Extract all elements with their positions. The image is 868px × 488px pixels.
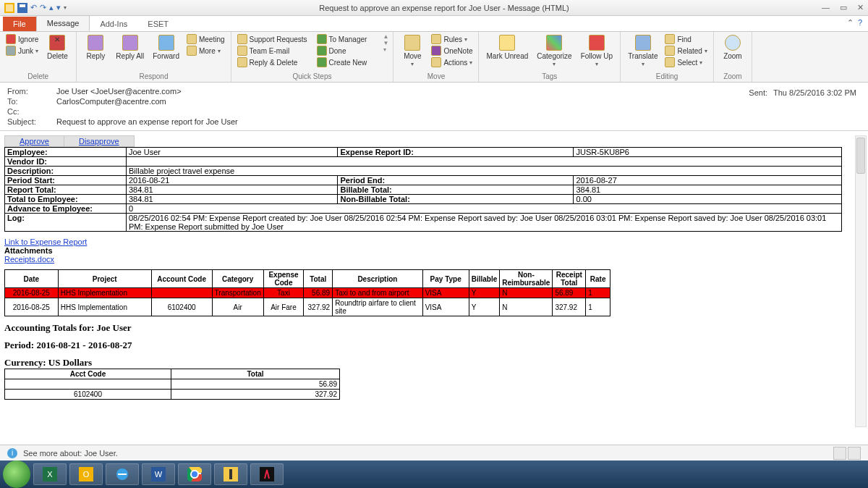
taskbar-outlook[interactable]: O (69, 463, 103, 485)
svg-rect-3 (20, 4, 25, 7)
actions-button[interactable]: Actions (430, 56, 474, 68)
summary-table: Employee:Joe UserExpense Report ID:JUSR-… (4, 147, 842, 232)
svg-rect-17 (229, 469, 232, 479)
qs-launch-icon[interactable]: ▾ (383, 46, 389, 53)
ribbon-minimize-icon[interactable]: ⌃ (847, 18, 854, 28)
outlook-icon (4, 3, 14, 13)
group-respond: Reply Reply All Forward Meeting More Res… (77, 32, 231, 82)
sent-label: Sent: (749, 88, 767, 97)
ribbon: Ignore Junk ✕Delete Delete Reply Reply A… (0, 32, 868, 83)
from-value: Joe User <JoeUser@acentre.com> (56, 87, 861, 96)
attachments-heading: Attachments (4, 246, 53, 255)
taskbar-app1[interactable] (214, 463, 247, 485)
ignore-button[interactable]: Ignore (4, 33, 40, 45)
subject-value: Request to approve an expense report for… (56, 117, 861, 126)
status-text[interactable]: See more about: Joe User. (23, 449, 118, 458)
receipt-link[interactable]: Receipts.docx (4, 255, 54, 264)
table-row: 2016-08-25HHS Implementation6102400AirAi… (5, 298, 610, 316)
taskbar-chrome[interactable] (178, 463, 211, 485)
taskbar-app2[interactable] (250, 463, 284, 485)
mark-unread-button[interactable]: Mark Unread (483, 33, 531, 62)
tab-message[interactable]: Message (36, 15, 90, 31)
svg-rect-18 (260, 467, 274, 481)
sent-value: Thu 8/25/2016 3:02 PM (773, 88, 856, 97)
forward-button[interactable]: Forward (150, 33, 182, 62)
tab-eset[interactable]: ESET (137, 17, 179, 31)
cc-label: Cc: (7, 107, 56, 116)
scrollbar-thumb[interactable] (856, 138, 865, 174)
qs-create[interactable]: Create New (315, 56, 380, 68)
rules-button[interactable]: Rules (430, 33, 474, 45)
qs-replydel[interactable]: Reply & Delete (236, 56, 312, 68)
group-zoom: Zoom Zoom (714, 32, 752, 82)
window-title: Request to approve an expense report for… (67, 4, 822, 12)
approve-link[interactable]: Approve (4, 135, 64, 147)
undo-icon[interactable]: ↶ (30, 3, 37, 12)
more-respond-button[interactable]: More (185, 45, 226, 56)
cc-value (56, 107, 861, 116)
vertical-scrollbar[interactable] (855, 135, 867, 427)
group-label: Quick Steps (236, 72, 389, 82)
acct-currency-heading: Currency: US Dollars (4, 357, 864, 369)
close-button[interactable]: ✕ (857, 3, 864, 12)
group-editing: Translate Find Related Select Editing (621, 32, 714, 82)
categorize-button[interactable]: Categorize (534, 33, 574, 70)
acct-period-heading: Period: 2016-08-21 - 2016-08-27 (4, 340, 864, 351)
disapprove-link[interactable]: Disapprove (64, 135, 135, 147)
qs-team[interactable]: Team E-mail (236, 45, 312, 56)
save-icon[interactable] (17, 3, 27, 13)
minimize-button[interactable]: — (822, 3, 830, 12)
help-icon[interactable]: ? (858, 18, 862, 28)
avatar-icon[interactable] (848, 447, 861, 460)
qs-done[interactable]: Done (315, 45, 380, 56)
redo-icon[interactable]: ↷ (40, 3, 46, 12)
svg-text:X: X (47, 470, 53, 479)
qs-up-icon[interactable]: ▲ (383, 33, 389, 40)
to-value: CarlosComputer@acentre.com (56, 97, 861, 106)
next-icon[interactable]: ▾ (56, 3, 61, 12)
svg-point-15 (192, 471, 197, 477)
taskbar-excel[interactable]: X (33, 463, 67, 485)
windows-taskbar: X O W (0, 460, 868, 488)
group-quicksteps: Support Requests Team E-mail Reply & Del… (231, 32, 394, 82)
reply-all-button[interactable]: Reply All (113, 33, 147, 62)
tab-addins[interactable]: Add-Ins (90, 17, 137, 31)
followup-button[interactable]: Follow Up (578, 33, 616, 70)
start-button[interactable] (3, 460, 30, 488)
find-button[interactable]: Find (663, 33, 708, 45)
onenote-button[interactable]: OneNote (430, 45, 474, 56)
tab-file[interactable]: File (3, 17, 36, 31)
qs-down-icon[interactable]: ▼ (383, 40, 389, 46)
group-label: Zoom (718, 72, 747, 82)
zoom-button[interactable]: Zoom (718, 33, 747, 62)
taskbar-word[interactable]: W (142, 463, 175, 485)
reply-button[interactable]: Reply (81, 33, 110, 62)
message-body: Approve Disapprove Employee:Joe UserExpe… (0, 130, 868, 432)
delete-button[interactable]: ✕Delete (43, 33, 72, 62)
taskbar-ie[interactable] (106, 463, 139, 485)
ribbon-tabs: File Message Add-Ins ESET ⌃ ? (0, 16, 868, 32)
info-icon: i (7, 448, 17, 458)
group-tags: Mark Unread Categorize Follow Up Tags (479, 32, 621, 82)
maximize-button[interactable]: ▭ (840, 3, 847, 12)
from-label: From: (7, 87, 56, 96)
move-button[interactable]: Move (398, 33, 427, 70)
select-button[interactable]: Select (663, 56, 708, 68)
acct-totals-heading: Accounting Totals for: Joe User (4, 322, 864, 334)
meeting-button[interactable]: Meeting (185, 33, 226, 45)
svg-text:O: O (83, 470, 90, 479)
junk-button[interactable]: Junk (4, 45, 40, 56)
qs-support[interactable]: Support Requests (236, 33, 312, 45)
group-move: Move Rules OneNote Actions Move (393, 32, 479, 82)
svg-text:W: W (155, 470, 163, 479)
expense-report-link[interactable]: Link to Expense Report (4, 237, 87, 246)
avatar-icon[interactable] (833, 447, 846, 460)
related-button[interactable]: Related (663, 45, 708, 56)
message-header: From:Joe User <JoeUser@acentre.com> To:C… (0, 83, 868, 130)
prev-icon[interactable]: ▴ (49, 3, 54, 12)
qs-tomgr[interactable]: To Manager (315, 33, 380, 45)
group-delete: Ignore Junk ✕Delete Delete (0, 32, 77, 82)
expense-lines-table: Date Project Account Code Category Expen… (4, 269, 610, 316)
translate-button[interactable]: Translate (625, 33, 660, 70)
group-label: Respond (81, 72, 226, 82)
